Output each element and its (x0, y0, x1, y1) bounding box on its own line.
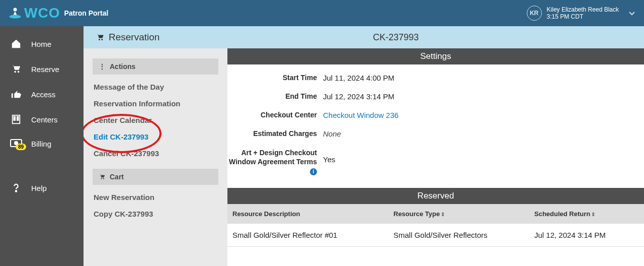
actions-header: ⋮ Actions (93, 58, 218, 75)
sidebar-item-billing[interactable]: 89 Billing (0, 132, 84, 155)
kebab-icon: ⋮ (99, 62, 106, 71)
sidebar: Home Reserve Access Centers 89 Billing H… (0, 26, 84, 266)
sidebar-item-label: Access (31, 90, 55, 99)
start-value: Jul 11, 2024 4:00 PM (323, 74, 394, 82)
agree-label-text: Art + Design Checkout Window Agreement T… (229, 149, 317, 166)
building-icon (10, 114, 22, 125)
cart-copy[interactable]: Copy CK-237993 (93, 206, 218, 222)
svg-point-12 (99, 39, 100, 40)
sidebar-item-help[interactable]: Help (0, 175, 84, 201)
topbar: WCO Patron Portal KR Kiley Elizabeth Ree… (0, 0, 644, 26)
avatar-initials: KR (530, 10, 538, 17)
svg-point-0 (14, 8, 17, 12)
est-label: Estimated Charges (227, 129, 323, 138)
svg-point-14 (101, 178, 102, 179)
col-desc[interactable]: Resource Description (232, 210, 393, 218)
svg-rect-6 (17, 117, 19, 118)
home-icon (10, 38, 22, 49)
cc-value[interactable]: Checkout Window 236 (323, 111, 398, 119)
actions-links: Message of the Day Reservation Informati… (93, 75, 218, 169)
col-ret[interactable]: Scheduled Return⇕ (534, 210, 639, 218)
sidebar-item-centers[interactable]: Centers (0, 107, 84, 132)
cart-newres[interactable]: New Reservation (93, 189, 218, 206)
action-resinfo[interactable]: Reservation Information (93, 95, 218, 112)
cash-icon: 89 (10, 139, 22, 148)
left-panel: ⋮ Actions Message of the Day Reservation… (84, 48, 227, 266)
action-edit[interactable]: Edit CK-237993 (93, 128, 218, 145)
kv-est: Estimated Charges None (227, 124, 644, 143)
cell-ret: Jul 12, 2024 3:14 PM (534, 231, 639, 239)
cart-links: New Reservation Copy CK-237993 (93, 185, 218, 229)
action-calendar[interactable]: Center Calendar (93, 112, 218, 128)
sort-icon: ⇕ (591, 212, 595, 217)
svg-rect-8 (17, 119, 19, 120)
svg-point-15 (103, 178, 104, 179)
avatar: KR (527, 6, 542, 21)
cc-label: Checkout Center (227, 111, 323, 119)
cell-desc: Small Gold/Silver Reflector #01 (232, 231, 393, 239)
sidebar-item-access[interactable]: Access (0, 82, 84, 107)
reserved-table-head: Resource Description Resource Type⇕ Sche… (227, 204, 644, 224)
reserved-header: Reserved (227, 188, 644, 204)
info-icon[interactable]: i (310, 168, 317, 175)
surfer-icon (8, 6, 22, 20)
action-cancel[interactable]: Cancel CK-237993 (93, 145, 218, 162)
settings-block: Start Time Jul 11, 2024 4:00 PM End Time… (227, 64, 644, 188)
pagehead: Reservation CK-237993 (84, 26, 644, 48)
sort-icon: ⇕ (441, 212, 445, 217)
cart-header: Cart (93, 169, 218, 185)
settings-header: Settings (227, 48, 644, 64)
sidebar-item-label: Billing (31, 140, 51, 148)
est-value: None (323, 129, 341, 138)
user-time: 3:15 PM CDT (547, 13, 619, 20)
main: Reservation CK-237993 ⋮ Actions Message … (84, 26, 644, 266)
cart-header-text: Cart (110, 173, 124, 181)
actions-header-text: Actions (110, 62, 135, 71)
svg-point-2 (14, 71, 16, 73)
page-id: CK-237993 (159, 32, 632, 43)
cell-type: Small Gold/Silver Reflectors (393, 231, 534, 239)
kv-agree: Art + Design Checkout Window Agreement T… (227, 143, 644, 181)
chevron-down-icon[interactable] (628, 9, 636, 17)
sidebar-item-label: Home (31, 40, 51, 48)
agree-label: Art + Design Checkout Window Agreement T… (227, 148, 323, 176)
sidebar-item-label: Help (31, 184, 47, 192)
content: ⋮ Actions Message of the Day Reservation… (84, 48, 644, 266)
cart-icon (10, 63, 22, 75)
cart-icon (99, 173, 106, 180)
col-type-label: Resource Type (393, 210, 440, 218)
user-meta: Kiley Elizabeth Reed Black 3:15 PM CDT (547, 6, 619, 21)
user-name: Kiley Elizabeth Reed Black (547, 6, 619, 13)
kv-start: Start Time Jul 11, 2024 4:00 PM (227, 69, 644, 87)
shell: Home Reserve Access Centers 89 Billing H… (0, 26, 644, 266)
user-menu[interactable]: KR Kiley Elizabeth Reed Black 3:15 PM CD… (527, 6, 636, 21)
svg-point-1 (9, 15, 21, 19)
kv-cc: Checkout Center Checkout Window 236 (227, 106, 644, 124)
svg-point-11 (16, 190, 17, 191)
col-type[interactable]: Resource Type⇕ (393, 210, 534, 218)
brand[interactable]: WCO Patron Portal (8, 5, 108, 21)
help-icon (10, 182, 22, 193)
svg-rect-7 (14, 119, 15, 120)
sidebar-item-reserve[interactable]: Reserve (0, 56, 84, 82)
end-value: Jul 12, 2024 3:14 PM (323, 92, 394, 101)
action-motd[interactable]: Message of the Day (93, 79, 218, 95)
page-title-text: Reservation (109, 32, 159, 43)
thumb-up-icon (10, 89, 22, 100)
portal-label: Patron Portal (64, 9, 108, 17)
wco-logo-text: WCO (24, 5, 60, 21)
table-row[interactable]: Small Gold/Silver Reflector #01 Small Go… (227, 224, 644, 247)
svg-point-3 (18, 71, 20, 73)
kv-end: End Time Jul 12, 2024 3:14 PM (227, 87, 644, 106)
right-panel: Settings Start Time Jul 11, 2024 4:00 PM… (227, 48, 644, 266)
agree-value: Yes (323, 148, 335, 164)
page-title: Reservation (96, 32, 159, 43)
sidebar-item-label: Reserve (31, 65, 59, 74)
svg-point-13 (101, 39, 103, 40)
end-label: End Time (227, 92, 323, 101)
sidebar-gap (0, 155, 84, 175)
sidebar-item-home[interactable]: Home (0, 31, 84, 56)
reserved-table: Resource Description Resource Type⇕ Sche… (227, 204, 644, 247)
billing-badge: 89 (16, 144, 26, 150)
col-ret-label: Scheduled Return (534, 210, 590, 218)
